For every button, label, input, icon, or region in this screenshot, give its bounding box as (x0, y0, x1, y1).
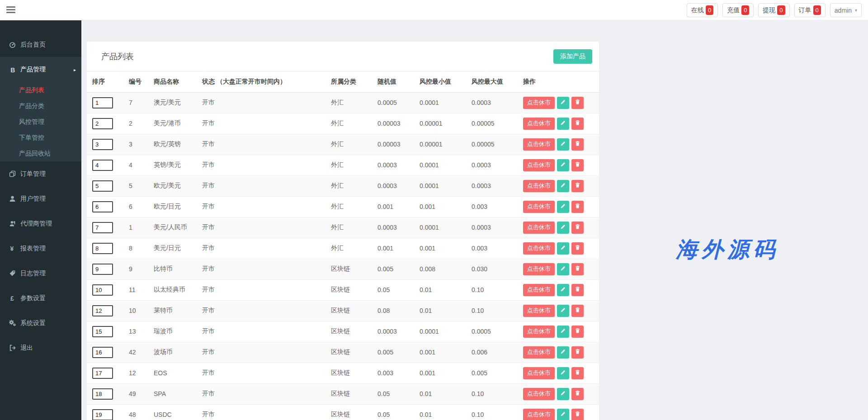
sidebar-item-agents[interactable]: 代理商管理 (0, 211, 81, 236)
delete-button[interactable] (571, 346, 584, 359)
delete-button[interactable] (571, 388, 584, 400)
actions-cell: 点击休市 (523, 92, 599, 113)
trash-icon (575, 224, 580, 231)
submenu-item-product-category[interactable]: 产品分类 (0, 98, 81, 114)
edit-button[interactable] (557, 159, 569, 171)
edit-button[interactable] (557, 284, 569, 296)
actions: 点击休市 (523, 97, 599, 109)
stat-button-withdraw[interactable]: 提现0 (758, 3, 789, 17)
close-market-button[interactable]: 点击休市 (523, 263, 555, 275)
sort-input[interactable] (92, 243, 113, 254)
sort-input[interactable] (92, 160, 113, 171)
close-market-button[interactable]: 点击休市 (523, 180, 555, 192)
delete-button[interactable] (571, 138, 584, 151)
close-market-button[interactable]: 点击休市 (523, 138, 555, 151)
name-cell: 美元/日元 (154, 238, 202, 259)
sidebar-item-logs[interactable]: 日志管理 (0, 261, 81, 286)
stat-button-recharge[interactable]: 充值0 (722, 3, 754, 17)
delete-button[interactable] (571, 326, 584, 338)
edit-button[interactable] (557, 222, 569, 234)
sort-input[interactable] (92, 368, 113, 379)
delete-button[interactable] (571, 222, 584, 234)
close-market-button[interactable]: 点击休市 (523, 388, 555, 400)
add-product-button[interactable]: 添加产品 (553, 49, 592, 64)
sort-input[interactable] (92, 284, 113, 296)
yen-icon: ¥ (7, 245, 17, 252)
edit-button[interactable] (557, 263, 569, 275)
submenu-item-order-control[interactable]: 下单管控 (0, 130, 81, 146)
delete-button[interactable] (571, 118, 584, 130)
close-market-button[interactable]: 点击休市 (523, 222, 555, 234)
delete-button[interactable] (571, 159, 584, 171)
close-market-button[interactable]: 点击休市 (523, 326, 555, 338)
delete-button[interactable] (571, 409, 584, 420)
pencil-icon (560, 245, 566, 252)
actions: 点击休市 (523, 326, 599, 338)
sort-input[interactable] (92, 305, 113, 316)
edit-button[interactable] (557, 326, 569, 338)
edit-button[interactable] (557, 138, 569, 151)
sidebar-item-products[interactable]: B产品管理▸ (0, 57, 81, 82)
close-market-button[interactable]: 点击休市 (523, 159, 555, 171)
close-market-button[interactable]: 点击休市 (523, 305, 555, 317)
hamburger-menu-icon[interactable] (6, 6, 15, 14)
close-market-button[interactable]: 点击休市 (523, 97, 555, 109)
random-cell: 0.05 (377, 383, 420, 404)
edit-button[interactable] (557, 118, 569, 130)
sort-input[interactable] (92, 97, 113, 109)
edit-button[interactable] (557, 242, 569, 255)
trash-icon (575, 161, 580, 169)
submenu-item-product-list[interactable]: 产品列表 (0, 82, 81, 98)
sort-input[interactable] (92, 180, 113, 192)
delete-button[interactable] (571, 367, 584, 379)
submenu-item-risk-management[interactable]: 风控管理 (0, 114, 81, 130)
delete-button[interactable] (571, 201, 584, 213)
stat-button-online[interactable]: 在线0 (687, 3, 718, 17)
sort-input[interactable] (92, 347, 113, 358)
delete-button[interactable] (571, 97, 584, 109)
sidebar-item-params[interactable]: £参数设置 (0, 286, 81, 311)
sidebar-item-reports[interactable]: ¥报表管理 (0, 236, 81, 261)
sidebar-item-users[interactable]: 用户管理 (0, 186, 81, 211)
sort-input[interactable] (92, 264, 113, 275)
edit-button[interactable] (557, 201, 569, 213)
sort-input[interactable] (92, 201, 113, 212)
column-header: 所属分类 (331, 71, 377, 92)
status-cell: 开市 (202, 321, 331, 342)
sort-input[interactable] (92, 326, 113, 337)
edit-button[interactable] (557, 180, 569, 192)
sidebar-item-home[interactable]: 后台首页 (0, 32, 81, 57)
sort-input[interactable] (92, 409, 113, 420)
delete-button[interactable] (571, 180, 584, 192)
admin-dropdown[interactable]: admin ▾ (830, 3, 862, 17)
submenu-item-product-recycle[interactable]: 产品回收站 (0, 146, 81, 161)
sidebar-item-logout[interactable]: 退出 (0, 335, 81, 360)
delete-button[interactable] (571, 305, 584, 317)
sidebar-item-orders[interactable]: 订单管理 (0, 161, 81, 186)
close-market-button[interactable]: 点击休市 (523, 201, 555, 213)
close-market-button[interactable]: 点击休市 (523, 409, 555, 420)
sort-input[interactable] (92, 388, 113, 400)
close-market-button[interactable]: 点击休市 (523, 367, 555, 379)
random-cell: 0.003 (377, 363, 420, 383)
edit-button[interactable] (557, 409, 569, 420)
gears-icon (7, 320, 17, 326)
edit-button[interactable] (557, 97, 569, 109)
close-market-button[interactable]: 点击休市 (523, 118, 555, 130)
risk-min-cell: 0.00001 (420, 113, 472, 134)
close-market-button[interactable]: 点击休市 (523, 284, 555, 296)
edit-button[interactable] (557, 305, 569, 317)
stat-button-orders[interactable]: 订单0 (794, 3, 826, 17)
edit-button[interactable] (557, 367, 569, 379)
delete-button[interactable] (571, 284, 584, 296)
delete-button[interactable] (571, 242, 584, 255)
close-market-button[interactable]: 点击休市 (523, 346, 555, 359)
sidebar-item-system[interactable]: 系统设置 (0, 311, 81, 335)
close-market-button[interactable]: 点击休市 (523, 242, 555, 255)
sort-input[interactable] (92, 222, 113, 233)
edit-button[interactable] (557, 388, 569, 400)
sort-input[interactable] (92, 118, 113, 129)
delete-button[interactable] (571, 263, 584, 275)
sort-input[interactable] (92, 139, 113, 150)
edit-button[interactable] (557, 346, 569, 359)
